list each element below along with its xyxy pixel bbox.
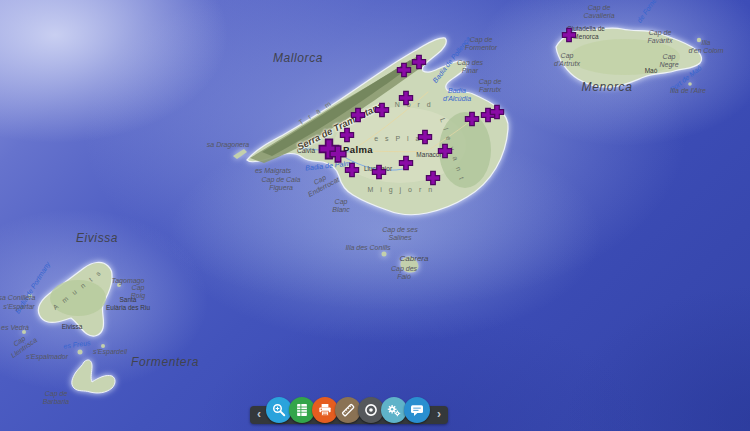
- feedback-button[interactable]: [404, 397, 430, 423]
- observation-markers-layer: [0, 0, 750, 431]
- observation-marker[interactable]: [345, 163, 358, 176]
- observation-marker[interactable]: [340, 128, 353, 141]
- observation-marker[interactable]: [562, 28, 575, 41]
- observation-marker[interactable]: [399, 156, 412, 169]
- observation-marker[interactable]: [372, 165, 385, 178]
- observation-marker[interactable]: [399, 91, 412, 104]
- observation-marker[interactable]: [412, 55, 425, 68]
- observation-marker[interactable]: [375, 103, 388, 116]
- observation-marker[interactable]: [397, 63, 410, 76]
- observation-marker[interactable]: [465, 112, 478, 125]
- observation-marker[interactable]: [351, 108, 364, 121]
- observation-marker[interactable]: [426, 171, 439, 184]
- map-application: MallorcaMenorcaEivissaFormenteraCabreraB…: [0, 0, 750, 431]
- toolbar-collapse-right-button[interactable]: ›: [432, 406, 446, 424]
- toolbar-collapse-left-button[interactable]: ‹: [252, 406, 266, 424]
- observation-marker[interactable]: [418, 130, 431, 143]
- observation-marker[interactable]: [438, 144, 451, 157]
